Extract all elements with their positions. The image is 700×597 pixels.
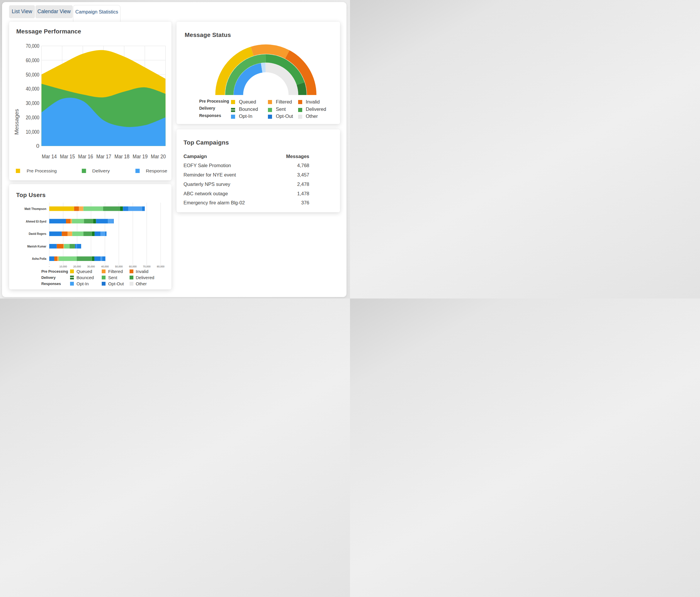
svg-text:-: -	[49, 265, 50, 268]
svg-text:Response: Response	[146, 168, 167, 173]
svg-text:Messages: Messages	[14, 109, 20, 135]
svg-text:20,000: 20,000	[26, 114, 39, 121]
svg-text:Ahmed El-Syed: Ahmed El-Syed	[26, 220, 46, 223]
svg-text:50,000: 50,000	[115, 265, 123, 268]
svg-text:10,000: 10,000	[59, 265, 67, 268]
svg-text:70,000: 70,000	[26, 43, 39, 49]
svg-text:80,000: 80,000	[157, 265, 165, 268]
svg-text:Mar 19: Mar 19	[133, 153, 148, 159]
svg-text:Matt Thompson: Matt Thompson	[25, 207, 47, 210]
svg-text:30,000: 30,000	[88, 265, 95, 268]
svg-text:0: 0	[36, 143, 39, 149]
svg-text:David Rogers: David Rogers	[29, 232, 46, 235]
svg-text:Mar 18: Mar 18	[115, 153, 130, 159]
svg-text:30,000: 30,000	[26, 100, 39, 106]
svg-text:Mar 16: Mar 16	[78, 153, 93, 159]
svg-text:Mar 15: Mar 15	[60, 153, 75, 159]
svg-text:40,000: 40,000	[101, 265, 109, 268]
svg-text:Mar 20: Mar 20	[151, 153, 166, 159]
svg-text:Asha Potla: Asha Potla	[32, 257, 46, 260]
svg-text:Delivery: Delivery	[92, 168, 110, 173]
svg-text:Manish Kumar: Manish Kumar	[27, 245, 46, 248]
svg-text:60,000: 60,000	[129, 265, 136, 268]
svg-text:10,000: 10,000	[26, 129, 39, 135]
svg-text:60,000: 60,000	[26, 57, 39, 63]
svg-text:Pre Processing: Pre Processing	[27, 168, 57, 173]
svg-text:50,000: 50,000	[26, 72, 39, 78]
svg-text:20,000: 20,000	[73, 265, 81, 268]
svg-text:Mar 17: Mar 17	[96, 153, 111, 159]
svg-text:Mar 14: Mar 14	[42, 153, 57, 159]
svg-text:40,000: 40,000	[26, 85, 39, 92]
svg-text:70,000: 70,000	[143, 265, 151, 268]
